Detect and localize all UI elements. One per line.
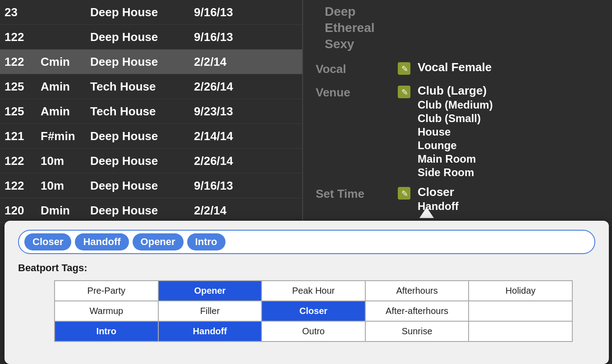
bpm-cell: 23 <box>5 5 41 19</box>
key-cell: F#min <box>41 129 90 143</box>
section-label: Vocal <box>316 60 397 76</box>
key-cell: Amin <box>41 105 90 118</box>
section-values: Vocal Female <box>418 60 492 74</box>
genre-cell: Deep House <box>90 5 194 19</box>
top-tag: Sexy <box>325 37 603 51</box>
section-value: Club (Medium) <box>418 99 493 111</box>
section-value: Side Room <box>418 166 493 179</box>
section-value: Club (Small) <box>418 112 493 125</box>
beatport-cell[interactable]: Intro <box>55 321 158 341</box>
right-section: Vocal ✎ Vocal Female <box>316 60 603 77</box>
bpm-cell: 122 <box>5 154 41 168</box>
svg-text:✎: ✎ <box>401 189 408 198</box>
beatport-cell[interactable]: Handoff <box>158 321 262 341</box>
panel-divider <box>302 0 303 234</box>
genre-cell: Deep House <box>90 179 194 193</box>
key-cell: Cmin <box>41 55 90 69</box>
section-values: Club (Large)Club (Medium)Club (Small)Hou… <box>418 84 493 179</box>
svg-text:✎: ✎ <box>401 88 408 97</box>
tag-pill[interactable]: Handoff <box>75 233 129 250</box>
edit-icon[interactable]: ✎ <box>397 85 413 101</box>
beatport-cell[interactable]: Pre-Party <box>55 281 158 301</box>
section-value: Closer <box>418 185 459 199</box>
table-row[interactable]: 125 Amin Tech House 2/26/14 <box>0 74 302 99</box>
section-value: Club (Large) <box>418 84 493 98</box>
table-row[interactable]: 122 10m Deep House 9/16/13 <box>0 173 302 198</box>
section-label: Venue <box>316 84 397 100</box>
track-table: 23 Deep House 9/16/13 122 Deep House 9/1… <box>0 0 302 234</box>
section-value: Vocal Female <box>418 60 492 74</box>
table-row[interactable]: 122 Deep House 9/16/13 <box>0 25 302 50</box>
date-cell: 9/16/13 <box>194 30 271 44</box>
beatport-cell[interactable]: Holiday <box>469 281 572 301</box>
beatport-cell[interactable]: Closer <box>262 301 365 321</box>
key-cell: Dmin <box>41 204 90 218</box>
bpm-cell: 122 <box>5 30 41 44</box>
genre-cell: Deep House <box>90 30 194 44</box>
table-row[interactable]: 120 Dmin Deep House 2/2/14 <box>0 198 302 223</box>
beatport-cell[interactable]: Afterhours <box>365 281 469 301</box>
date-cell: 2/2/14 <box>194 55 271 69</box>
popup-panel: CloserHandoffOpenerIntro Beatport Tags: … <box>5 221 609 364</box>
section-value: House <box>418 126 493 138</box>
genre-cell: Deep House <box>90 204 194 218</box>
bpm-cell: 121 <box>5 129 41 143</box>
key-cell: Amin <box>41 80 90 94</box>
bpm-cell: 122 <box>5 179 41 193</box>
table-row[interactable]: 125 Amin Tech House 9/23/13 <box>0 99 302 124</box>
date-cell: 2/26/14 <box>194 80 271 94</box>
key-cell: 10m <box>41 179 90 193</box>
section-label: Set Time <box>316 185 397 201</box>
genre-cell: Deep House <box>90 154 194 168</box>
bpm-cell: 120 <box>5 204 41 218</box>
beatport-cell[interactable]: Filler <box>158 301 262 321</box>
tags-input-row[interactable]: CloserHandoffOpenerIntro <box>18 230 595 254</box>
table-row[interactable]: 121 F#min Deep House 2/14/14 <box>0 124 302 149</box>
beatport-cell[interactable]: Opener <box>158 281 262 301</box>
table-row[interactable]: 122 Cmin Deep House 2/2/14 <box>0 50 302 74</box>
right-panel: DeepEtherealSexy Vocal ✎ Vocal FemaleVen… <box>307 0 612 234</box>
bpm-cell: 125 <box>5 105 41 118</box>
right-section: Venue ✎ Club (Large)Club (Medium)Club (S… <box>316 84 603 179</box>
beatport-cell[interactable]: Peak Hour <box>262 281 365 301</box>
date-cell: 2/14/14 <box>194 129 271 143</box>
date-cell: 2/26/14 <box>194 154 271 168</box>
tag-pill[interactable]: Intro <box>187 233 225 250</box>
tag-pill[interactable]: Closer <box>24 233 71 250</box>
genre-cell: Tech House <box>90 105 194 118</box>
beatport-cell[interactable]: Outro <box>262 321 365 341</box>
key-cell: 10m <box>41 154 90 168</box>
beatport-cell[interactable] <box>469 301 572 321</box>
edit-icon[interactable]: ✎ <box>397 61 413 77</box>
beatport-label: Beatport Tags: <box>18 262 595 274</box>
beatport-cell[interactable]: Warmup <box>55 301 158 321</box>
section-value: Main Room <box>418 153 493 165</box>
beatport-cell[interactable] <box>469 321 572 341</box>
table-row[interactable]: 23 Deep House 9/16/13 <box>0 0 302 25</box>
date-cell: 9/16/13 <box>194 5 271 19</box>
top-tag: Deep <box>325 5 603 19</box>
table-row[interactable]: 122 10m Deep House 2/26/14 <box>0 149 302 173</box>
section-value: Lounge <box>418 139 493 152</box>
tooltip-arrow <box>419 207 434 218</box>
beatport-cell[interactable]: Sunrise <box>365 321 469 341</box>
genre-cell: Deep House <box>90 129 194 143</box>
date-cell: 9/23/13 <box>194 105 271 118</box>
bpm-cell: 122 <box>5 55 41 69</box>
svg-text:✎: ✎ <box>401 64 408 73</box>
date-cell: 9/16/13 <box>194 179 271 193</box>
beatport-grid: Pre-PartyOpenerPeak HourAfterhoursHolida… <box>54 280 573 342</box>
tag-pill[interactable]: Opener <box>133 233 184 250</box>
beatport-cell[interactable]: After-afterhours <box>365 301 469 321</box>
right-section: Set Time ✎ CloserHandoff <box>316 185 603 213</box>
bpm-cell: 125 <box>5 80 41 94</box>
date-cell: 2/2/14 <box>194 204 271 218</box>
genre-cell: Deep House <box>90 55 194 69</box>
edit-icon[interactable]: ✎ <box>397 186 413 202</box>
top-tag: Ethereal <box>325 21 603 35</box>
genre-cell: Tech House <box>90 80 194 94</box>
